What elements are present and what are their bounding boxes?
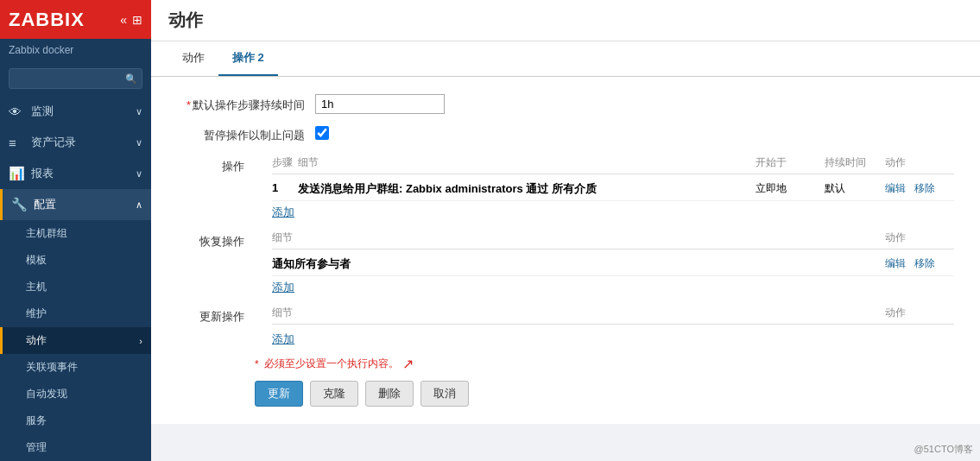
- default-step-row: *默认操作步骤持续时间: [177, 94, 954, 114]
- assets-chevron: ∨: [136, 137, 142, 148]
- sidebar-item-label-assets: 资产记录: [31, 135, 76, 150]
- hostgroup-label: 主机群组: [26, 226, 67, 241]
- sidebar-sub-hostgroup[interactable]: 主机群组: [0, 220, 151, 247]
- recovery-edit-link[interactable]: 编辑: [885, 257, 906, 269]
- sidebar-sub-admin[interactable]: 管理: [0, 434, 151, 461]
- update-section: 更新操作 细节 动作 添加: [177, 304, 954, 347]
- sidebar-sub-corr[interactable]: 关联项事件: [0, 354, 151, 381]
- sidebar-search-area: [0, 61, 151, 96]
- host-label: 主机: [26, 280, 47, 294]
- col-start: 开始于: [756, 155, 825, 170]
- pause-checkbox-wrap: [315, 124, 329, 140]
- default-step-label: *默认操作步骤持续时间: [177, 94, 315, 113]
- sidebar-item-label-config: 配置: [34, 197, 56, 212]
- sidebar-sub-template[interactable]: 模板: [0, 247, 151, 274]
- recovery-add-link[interactable]: 添加: [272, 280, 294, 295]
- tab-ops[interactable]: 操作 2: [218, 41, 278, 76]
- maintenance-label: 维护: [26, 306, 47, 321]
- update-button[interactable]: 更新: [255, 381, 303, 407]
- delete-button[interactable]: 删除: [365, 381, 414, 407]
- action-buttons: 更新 克隆 删除 取消: [255, 381, 954, 407]
- action-chevron: ›: [139, 336, 142, 346]
- update-label: 更新操作: [177, 304, 255, 325]
- row-detail: 发送消息给用户群组: Zabbix administrators 通过 所有介质: [298, 181, 756, 197]
- config-icon: 🔧: [11, 197, 27, 212]
- pause-checkbox[interactable]: [315, 126, 329, 140]
- sidebar-sub-host[interactable]: 主机: [0, 274, 151, 300]
- ucol-detail: 细节: [272, 306, 885, 320]
- ops-remove-link[interactable]: 移除: [914, 182, 935, 194]
- error-message: * 必须至少设置一个执行内容。 ↗: [255, 356, 954, 372]
- sidebar-item-monitor[interactable]: 👁 监测 ∨: [0, 96, 151, 127]
- search-input[interactable]: [9, 68, 142, 89]
- update-content: 细节 动作 添加: [272, 304, 954, 347]
- watermark: @51CTO博客: [914, 443, 973, 456]
- ops-edit-link[interactable]: 编辑: [885, 182, 906, 194]
- service-label: 服务: [26, 414, 47, 428]
- row-step: 1: [272, 181, 298, 194]
- rrow-actions: 编辑 移除: [885, 256, 954, 271]
- recovery-content: 细节 动作 通知所有参与者 编辑 移除 添加: [272, 229, 954, 295]
- ucol-action: 动作: [885, 306, 954, 320]
- col-detail: 细节: [298, 155, 756, 170]
- sidebar: ZABBIX « ⊞ Zabbix docker 👁 监测 ∨ ≡ 资产记录 ∨…: [0, 0, 151, 461]
- cancel-button[interactable]: 取消: [420, 381, 469, 407]
- clone-button[interactable]: 克隆: [310, 381, 358, 407]
- sidebar-item-label-reports: 报表: [31, 166, 54, 181]
- operations-label: 操作: [177, 154, 255, 174]
- ops-add-link[interactable]: 添加: [272, 205, 294, 220]
- action-label: 动作: [26, 333, 47, 348]
- error-star: *: [255, 358, 259, 370]
- tab-action[interactable]: 动作: [168, 41, 218, 76]
- config-chevron: ∧: [136, 199, 142, 211]
- recovery-remove-link[interactable]: 移除: [914, 257, 935, 269]
- reports-chevron: ∨: [136, 168, 142, 180]
- grid-icon[interactable]: ⊞: [132, 13, 142, 27]
- tab-bar: 动作 操作 2: [151, 41, 980, 77]
- row-actions: 编辑 移除: [885, 181, 954, 196]
- table-row: 通知所有参与者 编辑 移除: [272, 253, 954, 276]
- error-text: 必须至少设置一个执行内容。: [264, 357, 399, 371]
- error-arrow-icon: ↗: [402, 356, 414, 372]
- monitor-chevron: ∨: [136, 106, 142, 117]
- default-step-duration-input[interactable]: [315, 94, 445, 114]
- col-duration: 持续时间: [825, 155, 885, 170]
- operations-content: 步骤 细节 开始于 持续时间 动作 1 发送消息给用户群组: Zabbix ad…: [272, 154, 954, 220]
- reports-icon: 📊: [9, 166, 24, 181]
- template-label: 模板: [26, 253, 47, 268]
- sidebar-sub-discovery[interactable]: 自动发现: [0, 381, 151, 407]
- required-star-1: *: [187, 98, 191, 111]
- rcol-detail: 细节: [272, 230, 885, 245]
- zabbix-logo: ZABBIX: [9, 9, 85, 31]
- collapse-icon[interactable]: «: [120, 13, 127, 27]
- sidebar-sub-service[interactable]: 服务: [0, 407, 151, 434]
- sidebar-item-reports[interactable]: 📊 报表 ∨: [0, 158, 151, 189]
- rcol-action: 动作: [885, 230, 954, 245]
- pause-ops-label: 暂停操作以制止问题: [177, 124, 315, 143]
- corr-label: 关联项事件: [26, 360, 78, 375]
- sidebar-header-icons: « ⊞: [120, 13, 142, 27]
- form-area: *默认操作步骤持续时间 暂停操作以制止问题 操作 步骤 细节 开始于 持续时间 …: [151, 77, 980, 424]
- monitor-icon: 👁: [9, 104, 24, 119]
- sidebar-header: ZABBIX « ⊞: [0, 0, 151, 39]
- update-add-link[interactable]: 添加: [272, 332, 294, 347]
- page-title: 动作: [151, 0, 980, 41]
- row-duration: 默认: [825, 181, 885, 196]
- row-start: 立即地: [756, 181, 825, 196]
- sidebar-sub-action[interactable]: 动作 ›: [0, 327, 151, 354]
- recovery-header: 细节 动作: [272, 229, 954, 249]
- table-row: 1 发送消息给用户群组: Zabbix administrators 通过 所有…: [272, 178, 954, 201]
- update-header: 细节 动作: [272, 304, 954, 325]
- assets-icon: ≡: [9, 136, 24, 150]
- admin-label: 管理: [26, 440, 47, 455]
- operations-section: 操作 步骤 细节 开始于 持续时间 动作 1 发送消息给用户群组: Zabbix…: [177, 154, 954, 220]
- col-step: 步骤: [272, 155, 298, 170]
- main-panel: 动作 动作 操作 2 *默认操作步骤持续时间 暂停操作以制止问题 操作: [151, 0, 980, 461]
- recovery-section: 恢复操作 细节 动作 通知所有参与者 编辑 移除 添加: [177, 229, 954, 295]
- sidebar-item-config[interactable]: 🔧 配置 ∧: [0, 189, 151, 220]
- sidebar-item-assets[interactable]: ≡ 资产记录 ∨: [0, 127, 151, 158]
- sidebar-subtitle: Zabbix docker: [0, 39, 151, 61]
- sidebar-item-label-monitor: 监测: [31, 104, 54, 119]
- ops-header: 步骤 细节 开始于 持续时间 动作: [272, 154, 954, 174]
- sidebar-sub-maintenance[interactable]: 维护: [0, 300, 151, 327]
